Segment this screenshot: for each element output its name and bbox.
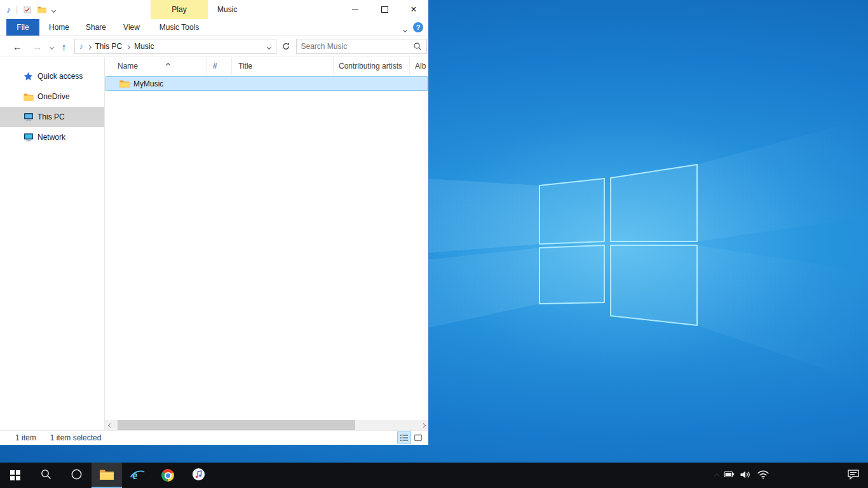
search-box xyxy=(296,39,427,54)
properties-icon[interactable] xyxy=(24,6,32,14)
contextual-tab-play[interactable]: Play xyxy=(151,0,208,19)
folder-icon xyxy=(119,79,130,88)
large-icons-view-button[interactable] xyxy=(412,432,424,443)
window-title: Music xyxy=(217,0,237,19)
breadcrumb-chevron-icon xyxy=(88,42,91,51)
view-toggles xyxy=(398,432,424,443)
sidebar-item-label: Network xyxy=(37,133,65,142)
item-count: 1 item xyxy=(15,433,36,442)
window-controls: × xyxy=(341,0,428,19)
file-name: MyMusic xyxy=(133,79,163,88)
music-note-icon: ♪ xyxy=(79,42,83,51)
ribbon-tab-row: File Home Share View Music Tools ? xyxy=(0,19,428,36)
sidebar-item-label: OneDrive xyxy=(37,92,70,101)
action-center-icon xyxy=(847,469,860,482)
up-button[interactable]: ↑ xyxy=(62,42,67,51)
sidebar-item-this-pc[interactable]: This PC xyxy=(0,107,104,127)
tab-music-tools[interactable]: Music Tools xyxy=(151,19,208,36)
breadcrumb-chevron-icon xyxy=(126,42,130,51)
scroll-left-arrow-icon[interactable] xyxy=(105,420,115,430)
details-view-button[interactable] xyxy=(398,432,410,443)
minimize-icon xyxy=(352,10,358,10)
column-header-title[interactable]: Title xyxy=(232,57,334,75)
navigation-pane: Quick access OneDrive This PC Network xyxy=(0,57,105,430)
internet-explorer-icon: e xyxy=(130,468,145,484)
search-icon[interactable] xyxy=(413,42,422,51)
battery-icon xyxy=(724,471,735,480)
file-explorer-window: ♪ | Play Music × File Home Share View Mu… xyxy=(0,0,428,445)
column-header-album[interactable]: Alb xyxy=(410,57,428,75)
forward-button[interactable]: → xyxy=(32,42,42,51)
address-bar-row: ← → ↑ ♪ This PC Music xyxy=(0,36,428,57)
breadcrumb-this-pc[interactable]: This PC xyxy=(95,42,123,51)
music-player-icon xyxy=(192,468,205,483)
chevron-up-icon xyxy=(707,471,719,480)
system-tray xyxy=(704,463,868,488)
network-status[interactable] xyxy=(754,463,773,488)
tab-file[interactable]: File xyxy=(6,19,39,36)
sidebar-item-quick-access[interactable]: Quick access xyxy=(0,66,104,86)
qat-separator: | xyxy=(16,5,18,14)
refresh-button[interactable] xyxy=(281,42,290,51)
start-button[interactable] xyxy=(0,463,31,488)
maximize-icon xyxy=(381,6,388,13)
address-breadcrumb[interactable]: ♪ This PC Music xyxy=(74,39,276,54)
star-icon xyxy=(24,72,34,81)
file-list-pane: Name # Title Contributing artists Alb My… xyxy=(105,57,428,430)
windows-logo-icon xyxy=(10,470,20,480)
column-header-name[interactable]: Name xyxy=(105,57,207,75)
taskbar-file-explorer-button[interactable] xyxy=(92,463,122,488)
taskbar-search-button[interactable] xyxy=(31,463,61,488)
help-button[interactable]: ? xyxy=(413,22,423,32)
breadcrumb-music[interactable]: Music xyxy=(134,42,154,51)
chrome-icon xyxy=(161,469,174,482)
speaker-icon xyxy=(740,470,751,481)
sidebar-item-label: Quick access xyxy=(37,72,83,81)
window-body: Quick access OneDrive This PC Network xyxy=(0,57,428,430)
music-note-icon: ♪ xyxy=(6,4,11,15)
maximize-button[interactable] xyxy=(370,0,399,19)
search-icon xyxy=(40,468,52,482)
tab-view[interactable]: View xyxy=(117,19,146,36)
taskbar-music-player-button[interactable] xyxy=(183,463,214,488)
taskbar: e xyxy=(0,463,868,488)
status-bar: 1 item 1 item selected xyxy=(0,430,428,445)
customize-qat-chevron-icon[interactable] xyxy=(52,5,55,14)
battery-status[interactable] xyxy=(721,463,737,488)
sidebar-item-network[interactable]: Network xyxy=(0,127,104,147)
title-bar: ♪ | Play Music × xyxy=(0,0,428,19)
scroll-right-arrow-icon[interactable] xyxy=(418,420,428,430)
file-explorer-icon xyxy=(99,468,114,482)
back-button[interactable]: ← xyxy=(13,42,22,51)
folder-icon xyxy=(24,93,34,101)
sidebar-item-onedrive[interactable]: OneDrive xyxy=(0,86,104,107)
selection-count: 1 item selected xyxy=(50,433,102,442)
tab-share[interactable]: Share xyxy=(81,19,111,36)
list-item-mymusic[interactable]: MyMusic xyxy=(105,76,428,91)
action-center-button[interactable] xyxy=(839,463,868,488)
horizontal-scrollbar[interactable] xyxy=(105,420,428,430)
wifi-icon xyxy=(757,470,770,481)
cortana-button[interactable] xyxy=(61,463,92,488)
scrollbar-thumb[interactable] xyxy=(118,420,355,430)
sidebar-item-label: This PC xyxy=(37,112,65,121)
cortana-circle-icon xyxy=(71,468,83,482)
volume-status[interactable] xyxy=(737,463,754,488)
sort-ascending-icon xyxy=(158,60,170,69)
column-header-number[interactable]: # xyxy=(207,57,232,75)
taskbar-chrome-button[interactable] xyxy=(153,463,183,488)
taskbar-internet-explorer-button[interactable]: e xyxy=(122,463,153,488)
computer-icon xyxy=(24,112,34,121)
search-input[interactable] xyxy=(297,42,413,51)
minimize-button[interactable] xyxy=(341,0,370,19)
new-folder-icon[interactable] xyxy=(37,6,46,13)
show-hidden-icons-button[interactable] xyxy=(704,463,721,488)
network-icon xyxy=(24,133,34,142)
close-button[interactable]: × xyxy=(399,0,428,19)
close-icon: × xyxy=(410,4,416,15)
address-dropdown-chevron-icon[interactable] xyxy=(268,42,271,51)
expand-ribbon-chevron-icon[interactable] xyxy=(403,25,407,34)
tab-home[interactable]: Home xyxy=(44,19,74,36)
recent-locations-chevron-icon[interactable] xyxy=(50,42,53,51)
column-header-contributing-artists[interactable]: Contributing artists xyxy=(334,57,410,75)
